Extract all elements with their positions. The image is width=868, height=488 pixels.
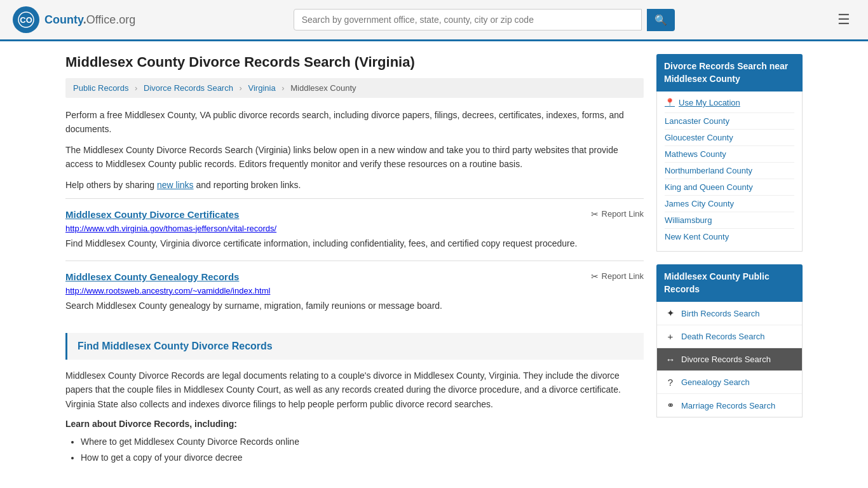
sidebar-link-williamsburg[interactable]: Williamsburg	[665, 212, 794, 228]
bullet-item-2: How to get a copy of your divorce decree	[81, 450, 644, 466]
search-button[interactable]: 🔍	[647, 9, 675, 31]
breadcrumb-current: Middlesex County	[290, 83, 356, 93]
find-records-section: Find Middlesex County Divorce Records	[65, 333, 644, 360]
sidebar-link-king-queen[interactable]: King and Queen County	[665, 179, 794, 195]
sidebar-link-northumberland[interactable]: Northumberland County	[665, 162, 794, 179]
sidebar-public-records-header: Middlesex County Public Records	[656, 264, 803, 302]
sidebar-link-gloucester[interactable]: Gloucester County	[665, 129, 794, 146]
sidebar-link-lancaster[interactable]: Lancaster County	[665, 112, 794, 129]
page-title: Middlesex County Divorce Records Search …	[65, 54, 644, 71]
sidebar-link-new-kent[interactable]: New Kent County	[665, 228, 794, 245]
sidebar-nearby-header: Divorce Records Search near Middlesex Co…	[656, 54, 803, 92]
logo-area: CO County.Office.org	[13, 6, 135, 33]
sidebar-divorce-records[interactable]: ↔ Divorce Records Search	[657, 348, 802, 371]
svg-text:CO: CO	[20, 15, 32, 25]
record-desc-1: Find Middlesex County, Virginia divorce …	[65, 237, 644, 250]
record-block-1: Middlesex County Divorce Certificates ✂ …	[65, 198, 644, 261]
scissors-icon-1: ✂	[591, 209, 599, 219]
breadcrumb-sep-2: ›	[240, 83, 242, 93]
hamburger-icon: ☰	[837, 11, 850, 27]
content-area: Middlesex County Divorce Records Search …	[65, 54, 644, 466]
logo-icon: CO	[13, 6, 39, 33]
breadcrumb: Public Records › Divorce Records Search …	[65, 78, 644, 98]
breadcrumb-public-records[interactable]: Public Records	[73, 83, 128, 93]
sidebar-nearby-body: 📍 Use My Location Lancaster County Glouc…	[656, 92, 803, 252]
record-header-2: Middlesex County Genealogy Records ✂ Rep…	[65, 271, 644, 282]
sidebar-birth-records[interactable]: ✦ Birth Records Search	[657, 302, 802, 325]
bullet-item-1: Where to get Middlesex County Divorce Re…	[81, 434, 644, 450]
birth-icon: ✦	[665, 308, 676, 319]
record-header-1: Middlesex County Divorce Certificates ✂ …	[65, 209, 644, 220]
new-links-link[interactable]: new links	[157, 180, 194, 190]
find-records-info: Middlesex County Divorce Records are leg…	[65, 369, 644, 411]
record-title-1[interactable]: Middlesex County Divorce Certificates	[65, 209, 239, 220]
logo-text: County.Office.org	[44, 13, 135, 27]
genealogy-icon: ?	[665, 377, 676, 388]
breadcrumb-sep-1: ›	[135, 83, 137, 93]
search-input[interactable]	[294, 9, 642, 30]
find-records-title: Find Middlesex County Divorce Records	[78, 341, 634, 352]
sidebar-public-records-body: ✦ Birth Records Search + Death Records S…	[656, 302, 803, 417]
record-title-2[interactable]: Middlesex County Genealogy Records	[65, 271, 239, 282]
sidebar-nearby-section: Divorce Records Search near Middlesex Co…	[656, 54, 803, 252]
sidebar-death-records[interactable]: + Death Records Search	[657, 325, 802, 348]
sidebar-marriage-records[interactable]: ⚭ Marriage Records Search	[657, 394, 802, 417]
main-container: Middlesex County Divorce Records Search …	[53, 41, 815, 479]
description-2: The Middlesex County Divorce Records Sea…	[65, 143, 644, 172]
scissors-icon-2: ✂	[591, 271, 599, 281]
sidebar-public-records-section: Middlesex County Public Records ✦ Birth …	[656, 264, 803, 417]
death-icon: +	[665, 331, 676, 342]
sidebar-genealogy[interactable]: ? Genealogy Search	[657, 371, 802, 394]
sidebar-link-james-city[interactable]: James City County	[665, 195, 794, 212]
record-url-1: http://www.vdh.virginia.gov/thomas-jeffe…	[65, 224, 644, 233]
description-3: Help others by sharing new links and rep…	[65, 178, 644, 192]
location-pin-icon: 📍	[665, 98, 675, 107]
breadcrumb-virginia[interactable]: Virginia	[248, 83, 276, 93]
sidebar: Divorce Records Search near Middlesex Co…	[656, 54, 803, 466]
marriage-icon: ⚭	[665, 400, 676, 411]
breadcrumb-sep-3: ›	[281, 83, 284, 93]
record-url-2: http://www.rootsweb.ancestry.com/~vamidd…	[65, 286, 644, 295]
record-block-2: Middlesex County Genealogy Records ✂ Rep…	[65, 261, 644, 323]
sidebar-link-mathews[interactable]: Mathews County	[665, 146, 794, 162]
use-my-location[interactable]: 📍 Use My Location	[665, 98, 794, 107]
divorce-icon: ↔	[665, 354, 676, 365]
description-1: Perform a free Middlesex County, VA publ…	[65, 108, 644, 137]
breadcrumb-divorce-records[interactable]: Divorce Records Search	[144, 83, 233, 93]
site-header: CO County.Office.org 🔍 ☰	[0, 0, 868, 41]
record-desc-2: Search Middlesex County genealogy by sur…	[65, 299, 644, 313]
learn-title: Learn about Divorce Records, including:	[65, 419, 644, 429]
report-link-2[interactable]: ✂ Report Link	[591, 271, 644, 281]
search-area: 🔍	[294, 9, 675, 31]
report-link-1[interactable]: ✂ Report Link	[591, 209, 644, 219]
bullet-list: Where to get Middlesex County Divorce Re…	[65, 434, 644, 466]
menu-button[interactable]: ☰	[832, 9, 855, 30]
search-icon: 🔍	[654, 15, 667, 25]
